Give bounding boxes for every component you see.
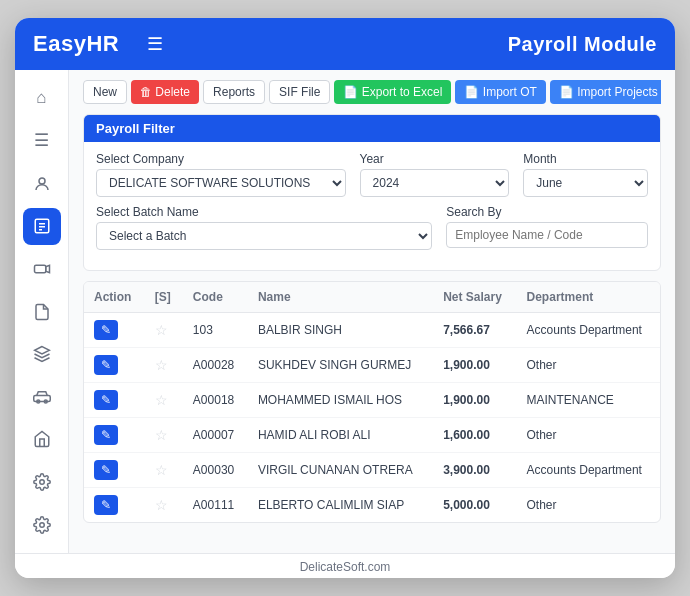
cell-star: ☆ bbox=[145, 488, 183, 523]
toolbar: New 🗑 Delete Reports SIF File 📄 Export t… bbox=[83, 80, 661, 104]
export-excel-button[interactable]: 📄 Export to Excel bbox=[334, 80, 451, 104]
cell-code: A00111 bbox=[183, 488, 248, 523]
sidebar-item-user[interactable] bbox=[23, 165, 61, 202]
cell-salary: 5,000.00 bbox=[433, 488, 516, 523]
col-name: Name bbox=[248, 282, 433, 313]
col-code: Code bbox=[183, 282, 248, 313]
filter-header: Payroll Filter bbox=[84, 115, 660, 142]
month-select[interactable]: June bbox=[523, 169, 648, 197]
company-label: Select Company bbox=[96, 152, 346, 166]
sidebar-item-document[interactable]: ☰ bbox=[23, 123, 61, 160]
cell-name: SUKHDEV SINGH GURMEJ bbox=[248, 348, 433, 383]
star-icon[interactable]: ☆ bbox=[155, 427, 168, 443]
footer: DelicateSoft.com bbox=[15, 553, 675, 578]
edit-button[interactable]: ✎ bbox=[94, 320, 118, 340]
app-logo: EasyHR bbox=[33, 31, 119, 57]
sidebar-item-building[interactable] bbox=[23, 421, 61, 458]
month-label: Month bbox=[523, 152, 648, 166]
edit-button[interactable]: ✎ bbox=[94, 355, 118, 375]
cell-department: Other bbox=[517, 488, 660, 523]
cell-code: 103 bbox=[183, 313, 248, 348]
reports-button[interactable]: Reports bbox=[203, 80, 265, 104]
star-icon[interactable]: ☆ bbox=[155, 322, 168, 338]
star-icon[interactable]: ☆ bbox=[155, 497, 168, 513]
footer-text: DelicateSoft.com bbox=[300, 560, 391, 574]
table-body: ✎ ☆ 103 BALBIR SINGH 7,566.67 Accounts D… bbox=[84, 313, 660, 523]
app-window: EasyHR ☰ Payroll Module ⌂ ☰ bbox=[15, 18, 675, 578]
filter-row-1: Select Company DELICATE SOFTWARE SOLUTIO… bbox=[96, 152, 648, 197]
menu-icon[interactable]: ☰ bbox=[147, 33, 163, 55]
cell-name: ELBERTO CALIMLIM SIAP bbox=[248, 488, 433, 523]
month-group: Month June bbox=[523, 152, 648, 197]
star-icon[interactable]: ☆ bbox=[155, 392, 168, 408]
sidebar-item-settings[interactable] bbox=[23, 464, 61, 501]
payroll-table: Action [S] Code Name Net Salary Departme… bbox=[84, 282, 660, 522]
sidebar-item-file[interactable] bbox=[23, 293, 61, 330]
svg-point-0 bbox=[39, 178, 45, 184]
batch-group: Select Batch Name Select a Batch bbox=[96, 205, 432, 250]
delete-button[interactable]: 🗑 Delete bbox=[131, 80, 199, 104]
cell-action: ✎ bbox=[84, 418, 145, 453]
filter-row-2: Select Batch Name Select a Batch Search … bbox=[96, 205, 648, 250]
page-title: Payroll Module bbox=[508, 33, 657, 56]
sidebar-item-home[interactable]: ⌂ bbox=[23, 80, 61, 117]
cell-action: ✎ bbox=[84, 313, 145, 348]
svg-point-12 bbox=[39, 522, 44, 527]
year-label: Year bbox=[360, 152, 510, 166]
cell-department: Other bbox=[517, 418, 660, 453]
search-label: Search By bbox=[446, 205, 648, 219]
search-group: Search By bbox=[446, 205, 648, 250]
year-select[interactable]: 2024 bbox=[360, 169, 510, 197]
sidebar-item-layers[interactable] bbox=[23, 336, 61, 373]
edit-button[interactable]: ✎ bbox=[94, 495, 118, 515]
cell-name: MOHAMMED ISMAIL HOS bbox=[248, 383, 433, 418]
new-button[interactable]: New bbox=[83, 80, 127, 104]
edit-button[interactable]: ✎ bbox=[94, 390, 118, 410]
content-area: New 🗑 Delete Reports SIF File 📄 Export t… bbox=[69, 70, 675, 553]
table-header-row: Action [S] Code Name Net Salary Departme… bbox=[84, 282, 660, 313]
cell-department: Accounts Department bbox=[517, 453, 660, 488]
cell-department: MAINTENANCE bbox=[517, 383, 660, 418]
table-row: ✎ ☆ A00111 ELBERTO CALIMLIM SIAP 5,000.0… bbox=[84, 488, 660, 523]
year-group: Year 2024 bbox=[360, 152, 510, 197]
col-action: Action bbox=[84, 282, 145, 313]
edit-button[interactable]: ✎ bbox=[94, 460, 118, 480]
table-row: ✎ ☆ A00030 VIRGIL CUNANAN OTRERA 3,900.0… bbox=[84, 453, 660, 488]
filter-body: Select Company DELICATE SOFTWARE SOLUTIO… bbox=[84, 142, 660, 270]
cell-action: ✎ bbox=[84, 348, 145, 383]
batch-select[interactable]: Select a Batch bbox=[96, 222, 432, 250]
cell-department: Other bbox=[517, 348, 660, 383]
table-row: ✎ ☆ A00007 HAMID ALI ROBI ALI 1,600.00 O… bbox=[84, 418, 660, 453]
company-select[interactable]: DELICATE SOFTWARE SOLUTIONS bbox=[96, 169, 346, 197]
cell-star: ☆ bbox=[145, 348, 183, 383]
import-ot-button[interactable]: 📄 Import OT bbox=[455, 80, 545, 104]
cell-star: ☆ bbox=[145, 453, 183, 488]
table-row: ✎ ☆ A00028 SUKHDEV SINGH GURMEJ 1,900.00… bbox=[84, 348, 660, 383]
sidebar-item-payroll[interactable] bbox=[23, 208, 61, 245]
sidebar-item-car[interactable] bbox=[23, 378, 61, 415]
cell-salary: 3,900.00 bbox=[433, 453, 516, 488]
header-left: EasyHR ☰ bbox=[33, 31, 163, 57]
cell-star: ☆ bbox=[145, 418, 183, 453]
header: EasyHR ☰ Payroll Module bbox=[15, 18, 675, 70]
cell-code: A00030 bbox=[183, 453, 248, 488]
cell-star: ☆ bbox=[145, 383, 183, 418]
edit-button[interactable]: ✎ bbox=[94, 425, 118, 445]
star-icon[interactable]: ☆ bbox=[155, 462, 168, 478]
table-header: Action [S] Code Name Net Salary Departme… bbox=[84, 282, 660, 313]
col-star: [S] bbox=[145, 282, 183, 313]
cell-name: VIRGIL CUNANAN OTRERA bbox=[248, 453, 433, 488]
cell-action: ✎ bbox=[84, 453, 145, 488]
cell-salary: 7,566.67 bbox=[433, 313, 516, 348]
search-input[interactable] bbox=[446, 222, 648, 248]
sidebar-item-video[interactable] bbox=[23, 251, 61, 288]
svg-marker-6 bbox=[45, 265, 49, 273]
table-row: ✎ ☆ A00018 MOHAMMED ISMAIL HOS 1,900.00 … bbox=[84, 383, 660, 418]
star-icon[interactable]: ☆ bbox=[155, 357, 168, 373]
sidebar-item-settings2[interactable] bbox=[23, 506, 61, 543]
import-projects-button[interactable]: 📄 Import Projects bbox=[550, 80, 661, 104]
sif-button[interactable]: SIF File bbox=[269, 80, 330, 104]
cell-star: ☆ bbox=[145, 313, 183, 348]
cell-department: Accounts Department bbox=[517, 313, 660, 348]
table-row: ✎ ☆ 103 BALBIR SINGH 7,566.67 Accounts D… bbox=[84, 313, 660, 348]
